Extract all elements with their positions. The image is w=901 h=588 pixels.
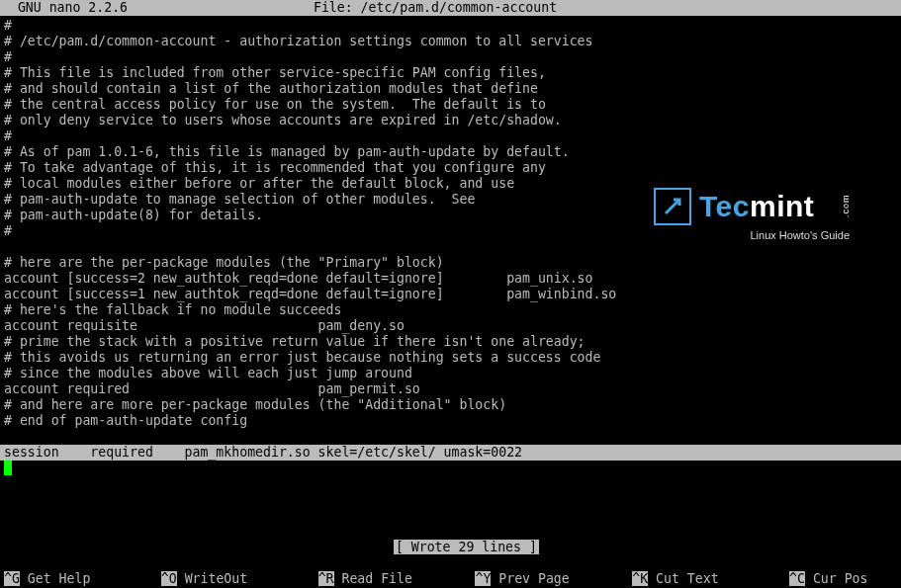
shortcut-label: WriteOut	[177, 571, 318, 586]
file-line: # To take advantage of this, it is recom…	[4, 160, 897, 176]
shortcut-key[interactable]: ^Y	[475, 571, 491, 586]
file-line: # pam-auth-update to manage selection of…	[4, 192, 897, 208]
file-line: #	[4, 18, 897, 34]
shortcut-key[interactable]: ^G	[4, 571, 20, 586]
file-line: # only deny service to users whose accou…	[4, 113, 897, 128]
file-line: # and should contain a list of the autho…	[4, 81, 897, 97]
file-line: # pam-auth-update(8) for details.	[4, 208, 897, 223]
input-line[interactable]: session required pam_mkhomedir.so skel=/…	[0, 445, 901, 461]
file-line	[4, 429, 897, 445]
file-line: # /etc/pam.d/common-account - authorizat…	[4, 34, 897, 49]
status-message: [ Wrote 29 lines ]	[394, 540, 539, 554]
shortcut-label: Read File	[334, 571, 476, 586]
spacer	[0, 476, 901, 524]
file-line: account required pam_permit.so	[4, 381, 897, 397]
shortcut-label: Get Help	[20, 571, 161, 586]
shortcut-key[interactable]: ^C	[789, 571, 805, 586]
shortcut-key[interactable]: ^K	[632, 571, 648, 586]
shortcut-label: Cut Text	[648, 571, 789, 586]
file-line: # end of pam-auth-update config	[4, 413, 897, 429]
app-name: GNU nano 2.2.6	[0, 0, 128, 16]
file-line: # since the modules above will each just…	[4, 366, 897, 381]
shortcut-key[interactable]: ^O	[161, 571, 177, 586]
file-line: # here are the per-package modules (the …	[4, 255, 897, 271]
file-line: # the central access policy for use on t…	[4, 97, 897, 113]
file-line: account requisite pam_deny.so	[4, 318, 897, 334]
editor-content[interactable]: ## /etc/pam.d/common-account - authoriza…	[0, 18, 901, 445]
shortcut-key[interactable]: ^R	[318, 571, 334, 586]
file-line: # This file is included from other servi…	[4, 65, 897, 81]
file-line: # here's the fallback if no module succe…	[4, 302, 897, 318]
file-line: # and here are more per-package modules …	[4, 397, 897, 413]
file-line: #	[4, 49, 897, 65]
cursor-line[interactable]	[0, 461, 901, 476]
shortcut-label: Prev Page	[491, 571, 632, 586]
terminal-window: GNU nano 2.2.6 File: /etc/pam.d/common-a…	[0, 0, 901, 588]
text-cursor	[4, 461, 12, 475]
file-line: # local modules either before or after t…	[4, 176, 897, 192]
input-text: session required pam_mkhomedir.so skel=/…	[4, 445, 522, 461]
file-line: #	[4, 128, 897, 144]
file-line: # this avoids us returning an error just…	[4, 350, 897, 366]
shortcut-label: Cur Pos	[805, 571, 868, 586]
nano-titlebar: GNU nano 2.2.6 File: /etc/pam.d/common-a…	[0, 0, 901, 16]
file-label: File: /etc/pam.d/common-account	[128, 0, 743, 16]
status-bar: [ Wrote 29 lines ]	[0, 524, 901, 540]
shortcut-row-1: ^G Get Help ^O WriteOut ^R Read File ^Y …	[4, 571, 901, 587]
file-line: # As of pam 1.0.1-6, this file is manage…	[4, 144, 897, 160]
file-line: # prime the stack with a positive return…	[4, 334, 897, 350]
file-line: account [success=1 new_authtok_reqd=done…	[4, 287, 897, 302]
file-line	[4, 239, 897, 255]
file-line: #	[4, 223, 897, 239]
file-line: account [success=2 new_authtok_reqd=done…	[4, 271, 897, 287]
